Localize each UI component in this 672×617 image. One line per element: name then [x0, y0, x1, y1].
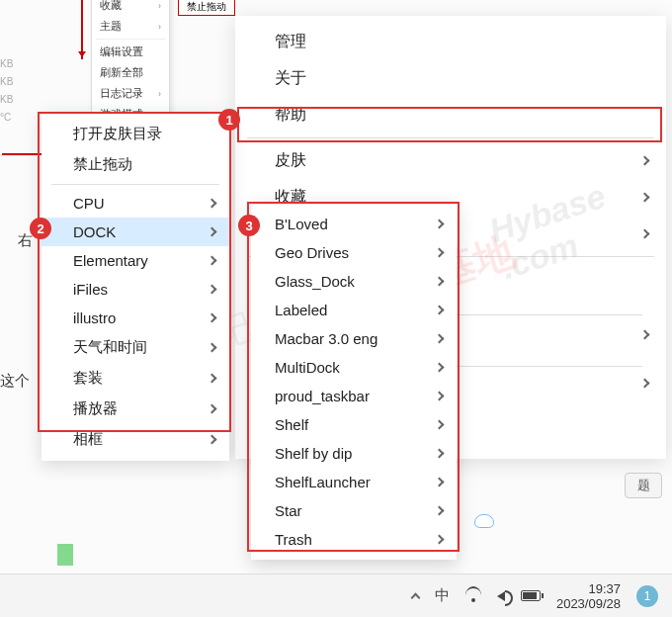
annotation-badge-2: 2: [30, 218, 51, 239]
chevron-right-icon: [640, 156, 650, 166]
annotation-arrow: [81, 0, 83, 59]
menu-separator: [51, 184, 219, 185]
submenu-item[interactable]: Shelf: [251, 410, 457, 439]
chevron-right-icon: [208, 199, 217, 209]
chevron-right-icon: [435, 420, 445, 430]
chevron-right-icon: [640, 193, 650, 203]
submenu-item[interactable]: Elementary: [42, 246, 229, 275]
chevron-right-icon: [640, 229, 650, 239]
submenu-item[interactable]: Labeled: [251, 296, 457, 324]
bg-highlight-box: 禁止拖动: [178, 0, 235, 16]
chevron-right-icon: [208, 227, 217, 237]
bg-window-fragment: [57, 544, 73, 566]
chevron-right-icon: [435, 363, 445, 373]
submenu-item[interactable]: proud_taskbar: [251, 382, 457, 410]
submenu-item[interactable]: ShelfLauncher: [251, 468, 457, 496]
submenu-item[interactable]: Trash: [251, 525, 457, 554]
stray-text: 这个: [0, 372, 30, 391]
battery-icon[interactable]: [521, 590, 541, 601]
chevron-right-icon: [208, 435, 217, 445]
chevron-right-icon: [435, 506, 445, 516]
submenu-item[interactable]: Geo Drives: [251, 238, 457, 267]
chevron-right-icon: [435, 334, 445, 344]
chevron-right-icon: [208, 374, 217, 384]
submenu-item-dock[interactable]: DOCK: [42, 218, 229, 246]
bg-left-labels: KB KB KB °C: [0, 55, 13, 127]
wifi-icon[interactable]: [465, 590, 481, 602]
submenu-item[interactable]: Star: [251, 496, 457, 525]
submenu-item[interactable]: CPU: [42, 189, 229, 218]
chevron-right-icon: [208, 343, 217, 353]
dock-submenu: B'Loved Geo Drives Glass_Dock Labeled Ma…: [251, 204, 457, 560]
submenu-item[interactable]: 相框: [42, 424, 229, 455]
cloud-icon: [474, 514, 494, 528]
system-tray: 中 19:37 2023/09/28 1: [412, 581, 658, 611]
menu-item-open-skin-dir[interactable]: 打开皮肤目录: [42, 119, 229, 149]
chevron-right-icon: [640, 379, 650, 389]
chevron-right-icon: [435, 220, 445, 229]
menu-item-manage[interactable]: 管理: [235, 24, 666, 60]
notification-badge[interactable]: 1: [636, 585, 658, 607]
submenu-item[interactable]: MultiDock: [251, 353, 457, 382]
submenu-item[interactable]: Shelf by dip: [251, 439, 457, 468]
menu-item-help[interactable]: 帮助: [235, 97, 666, 133]
chevron-right-icon: [208, 285, 217, 295]
chevron-right-icon: [435, 277, 445, 287]
submenu-item[interactable]: 套装: [42, 363, 229, 394]
submenu-item[interactable]: iFiles: [42, 275, 229, 304]
clock[interactable]: 19:37 2023/09/28: [556, 581, 621, 611]
submenu-item[interactable]: illustro: [42, 304, 229, 332]
menu-item-skin[interactable]: 皮肤: [235, 142, 666, 179]
taskbar: 中 19:37 2023/09/28 1: [0, 573, 672, 617]
submenu-item[interactable]: 天气和时间: [42, 332, 229, 363]
submenu-item[interactable]: Macbar 3.0 eng: [251, 324, 457, 353]
annotation-badge-3: 3: [238, 215, 260, 236]
speaker-icon[interactable]: [497, 591, 505, 601]
submenu-item[interactable]: Glass_Dock: [251, 267, 457, 296]
menu-item-blank[interactable]: [602, 372, 666, 395]
menu-separator: [247, 137, 654, 138]
chevron-right-icon: [640, 329, 650, 339]
submenu-item[interactable]: B'Loved: [251, 210, 457, 238]
menu-item-disable-drag[interactable]: 禁止拖动: [42, 149, 229, 180]
chevron-right-icon: [208, 404, 217, 414]
menu-item-about[interactable]: 关于: [235, 60, 666, 97]
chevron-right-icon: [208, 256, 217, 266]
chevron-right-icon: [435, 306, 445, 315]
chevron-right-icon: [435, 392, 445, 401]
annotation-badge-1: 1: [218, 109, 240, 131]
chevron-right-icon: [435, 248, 445, 258]
skin-submenu: 打开皮肤目录 禁止拖动 CPU DOCK Elementary iFiles i…: [42, 113, 229, 461]
tray-overflow-icon[interactable]: [412, 588, 419, 604]
chevron-right-icon: [208, 313, 217, 323]
ime-indicator[interactable]: 中: [435, 586, 450, 605]
chevron-right-icon: [435, 478, 445, 487]
stray-button[interactable]: 题: [625, 473, 662, 498]
chevron-right-icon: [435, 535, 445, 545]
submenu-item[interactable]: 播放器: [42, 394, 229, 424]
chevron-right-icon: [435, 449, 445, 459]
